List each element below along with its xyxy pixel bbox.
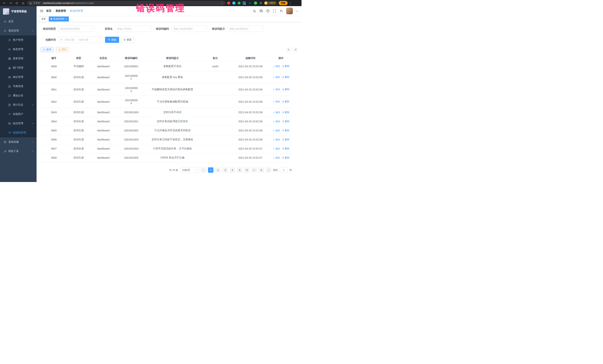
sidebar-logo[interactable]: 芋道管理系统 [0, 6, 36, 17]
delete-link[interactable]: 删除 [282, 111, 290, 114]
next-page-button[interactable]: › [266, 167, 271, 173]
forward-icon[interactable] [8, 1, 13, 6]
sidebar-item-sms[interactable]: 短信管理 [0, 119, 36, 128]
delete-link[interactable]: 删除 [282, 147, 290, 150]
add-button[interactable]: 新增 [40, 47, 54, 52]
edit-link[interactable]: 修改 [273, 111, 280, 114]
extension-icon[interactable] [243, 1, 246, 5]
sidebar-item-auditlog[interactable]: 审计日志 [0, 100, 36, 110]
logo-image [3, 8, 9, 15]
browser-menu-icon[interactable]: ⋮ [289, 1, 292, 5]
edit-link[interactable]: 修改 [273, 88, 280, 91]
extension-icon[interactable] [237, 1, 241, 5]
cell-code: 100100000 2 [117, 71, 145, 83]
page-size-select[interactable]: 10条/页 [180, 167, 199, 173]
cell-app: dashboard [89, 144, 117, 153]
font-size-icon[interactable] [279, 9, 283, 13]
update-button[interactable]: 更新 [279, 1, 288, 5]
edit-link[interactable]: 修改 [273, 129, 280, 132]
edit-link[interactable]: 修改 [273, 76, 280, 79]
sidebar-item-home[interactable]: 首页 [0, 17, 36, 26]
page-button[interactable]: 3 [222, 167, 228, 173]
user-avatar[interactable] [286, 8, 293, 14]
sidebar-item-devtools[interactable]: 研发工具 [0, 147, 36, 156]
url-bar[interactable]: 不安全 dashboard.yudao.iocoder.cn/system/er… [27, 1, 226, 5]
tab-error-code[interactable]: 错误码管理 × [49, 16, 69, 22]
delete-link[interactable]: 删除 [282, 120, 290, 123]
reload-icon[interactable] [14, 1, 19, 6]
cell-hint: 不能删除类型为系统内置的参数配置 [145, 83, 200, 95]
delete-link[interactable]: 删除 [282, 88, 290, 91]
delete-link[interactable]: 删除 [282, 138, 290, 141]
more-pages-button[interactable]: ••• [251, 167, 257, 173]
sidebar-item-infra[interactable]: 基础设施 [0, 137, 36, 147]
delete-link[interactable]: 删除 [282, 156, 290, 159]
cell-id: 3939 [40, 62, 68, 71]
sidebar-item-posts[interactable]: 岗位管理 [0, 72, 36, 82]
bookmark-star-icon[interactable]: ☆ [221, 2, 223, 5]
sidebar-item-label: 用户管理 [13, 38, 34, 42]
show-search-button[interactable] [286, 47, 291, 52]
page-button[interactable]: 1 [208, 167, 213, 173]
page-button[interactable]: 6 [244, 167, 250, 173]
fullscreen-icon[interactable] [273, 9, 276, 13]
page-button[interactable]: 4 [230, 167, 235, 173]
extensions-puzzle-icon[interactable] [259, 1, 262, 5]
page-button[interactable]: 8 [259, 167, 264, 173]
back-icon[interactable] [2, 1, 7, 6]
error-type-select[interactable]: 请选择错误码类型 [58, 26, 94, 32]
sidebar-item-notices[interactable]: 通知公告 [0, 91, 36, 100]
tab-home[interactable]: 首页 [39, 16, 48, 22]
error-code-input[interactable] [173, 27, 205, 30]
chevron-down-icon[interactable] [296, 10, 298, 12]
sidebar-item-error-code[interactable]: </> 错误码管理 [0, 128, 36, 137]
github-icon[interactable] [259, 9, 263, 13]
edit-link[interactable]: 修改 [273, 100, 280, 103]
edit-link[interactable]: 修改 [273, 156, 280, 159]
delete-link[interactable]: 删除 [282, 65, 290, 68]
refresh-table-button[interactable] [293, 47, 298, 52]
date-range-picker[interactable]: 开始日期 - 结束日期 [58, 37, 103, 43]
error-hint-input[interactable] [229, 27, 261, 30]
home-icon[interactable] [21, 1, 26, 6]
hamburger-icon[interactable] [39, 9, 44, 13]
help-icon[interactable] [266, 9, 270, 13]
page-button[interactable]: 5 [237, 167, 242, 173]
page-button[interactable]: 2 [215, 167, 220, 173]
edit-link[interactable]: 修改 [273, 65, 280, 68]
sidebar: 芋道管理系统 首页 系统管理 用户管理 [0, 6, 36, 182]
breadcrumb-item[interactable]: 首页 [46, 9, 51, 13]
sidebar-item-users[interactable]: 用户管理 [0, 35, 36, 45]
sidebar-item-menus[interactable]: 菜单管理 [0, 54, 36, 63]
sidebar-item-departments[interactable]: 部门管理 [0, 63, 36, 72]
extension-icon[interactable] [232, 1, 235, 5]
app-name-input[interactable] [117, 27, 149, 30]
close-icon[interactable]: × [66, 18, 67, 20]
goto-page-input[interactable] [280, 167, 288, 173]
extension-icon[interactable] [227, 1, 230, 5]
extension-icon[interactable] [254, 1, 257, 5]
export-button[interactable]: 导出 [56, 47, 69, 52]
search-icon[interactable] [253, 9, 256, 13]
security-label[interactable]: 不安全 [33, 1, 40, 5]
reset-button[interactable]: 重置 [121, 37, 134, 43]
delete-link[interactable]: 删除 [282, 129, 290, 132]
chevron-down-icon [32, 141, 34, 143]
delete-link[interactable]: 删除 [282, 76, 290, 79]
breadcrumb-item[interactable]: 系统管理 [56, 9, 66, 13]
search-button[interactable]: 搜索 [105, 37, 119, 43]
edit-link[interactable]: 修改 [273, 138, 280, 141]
prev-page-button[interactable]: ‹ [201, 167, 206, 173]
profile-paused-badge: 已暂停 [269, 1, 275, 5]
profile-chip[interactable]: 已暂停 [264, 1, 277, 5]
sidebar-item-online-users[interactable]: 在线用户 [0, 110, 36, 119]
edit-link[interactable]: 修改 [273, 120, 280, 123]
sidebar-item-roles[interactable]: 角色管理 [0, 45, 36, 54]
sidebar-item-dict[interactable]: 字典管理 [0, 82, 36, 91]
sidebar-item-system[interactable]: 系统管理 [0, 26, 36, 35]
filter-hint: 错误码提示 [209, 26, 263, 32]
chevron-down-icon [90, 28, 92, 30]
delete-link[interactable]: 删除 [282, 100, 290, 103]
edit-link[interactable]: 修改 [273, 147, 280, 150]
extension-icon[interactable]: on [248, 2, 252, 5]
